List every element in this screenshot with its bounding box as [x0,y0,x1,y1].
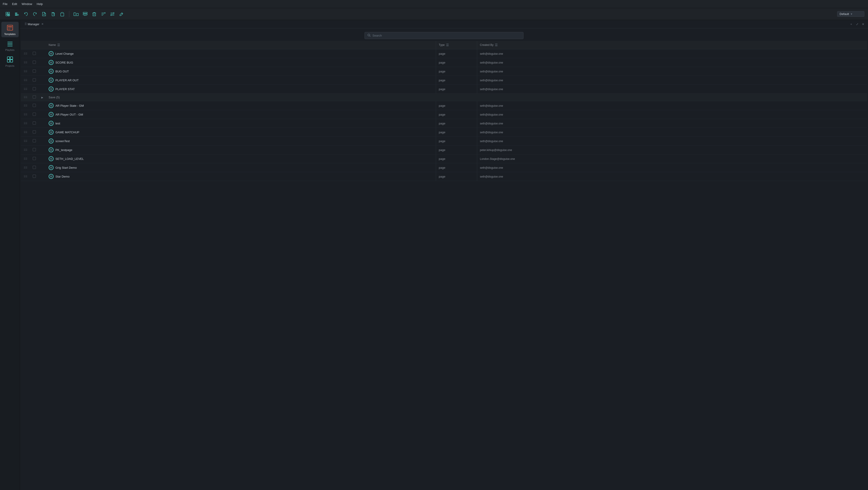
redo-icon [33,12,37,17]
drag-cell: ⠿⠿ [21,67,30,76]
panel-pin-button[interactable]: + [849,22,854,26]
menu-window[interactable]: Window [22,2,32,6]
name-col-menu-icon[interactable]: ☰ [57,43,60,47]
row-checkbox[interactable] [33,61,36,64]
name-cell: U SCORE BUG [46,58,436,67]
copy-button[interactable] [49,10,57,18]
paste-button[interactable] [58,10,66,18]
row-checkbox[interactable] [33,52,36,55]
table-row[interactable]: ⠿⠿ ▶ Save (5) [21,94,867,101]
check-cell[interactable] [30,119,39,128]
type-cell: page [436,163,477,172]
check-cell[interactable] [30,85,39,94]
row-checkbox[interactable] [33,121,36,125]
type-badge: page [439,122,445,125]
row-checkbox[interactable] [33,104,36,107]
panel-close-x-button[interactable]: ✕ [861,22,865,26]
type-badge: page [439,157,445,160]
add-plus-button[interactable] [13,10,21,18]
type-cell: page [436,58,477,67]
row-checkbox[interactable] [33,139,36,142]
check-cell[interactable] [30,154,39,163]
type-badge: page [439,175,445,178]
row-checkbox[interactable] [33,130,36,133]
row-checkbox[interactable] [33,87,36,90]
sidebar-item-projects[interactable]: Projects [1,54,19,69]
edit-button[interactable] [117,10,126,18]
check-cell[interactable] [30,58,39,67]
folder-add-icon [73,12,79,16]
undo-button[interactable] [22,10,30,18]
table-row[interactable]: ⠿⠿ U Grig Start Demo page seth@disguise.… [21,163,867,172]
table-row[interactable]: ⠿⠿ U BUG OUT page seth@disguise.one [21,67,867,76]
check-cell[interactable] [30,146,39,154]
projects-icon [6,55,14,64]
sort-button[interactable] [99,10,107,18]
type-cell: page [436,110,477,119]
row-checkbox[interactable] [33,69,36,73]
check-cell[interactable] [30,128,39,137]
expand-cell[interactable]: ▶ [39,94,46,101]
creator-email: seth@disguise.one [480,104,503,108]
table-row[interactable]: ⠿⠿ U test page seth@disguise.one [21,119,867,128]
row-checkbox[interactable] [33,95,36,98]
table-row[interactable]: ⠿⠿ U Star Demo page seth@disguise.one [21,172,867,181]
row-checkbox[interactable] [33,175,36,178]
add-item-button[interactable] [4,10,12,18]
sidebar-item-playlists[interactable]: Playlists [1,38,19,53]
table-row[interactable]: ⠿⠿ U Level Change page seth@disguise.one [21,49,867,58]
item-icon: U [49,121,54,126]
check-cell[interactable] [30,49,39,58]
check-cell[interactable] [30,94,39,101]
search-input[interactable] [372,34,521,37]
svg-rect-7 [15,14,17,14]
row-checkbox[interactable] [33,166,36,169]
expand-icon[interactable]: ▶ [41,96,43,99]
check-cell[interactable] [30,172,39,181]
menu-file[interactable]: File [3,2,7,6]
panel-maximize-button[interactable]: ⤢ [855,22,859,26]
redo-button[interactable] [31,10,39,18]
name-cell: U Star Demo [46,172,436,181]
table-row[interactable]: ⠿⠿ U screenTest page seth@disguise.one [21,137,867,146]
drag-handle-icon: ⠿⠿ [24,70,27,73]
row-checkbox[interactable] [33,157,36,160]
folder-add-button[interactable] [72,10,80,18]
row-checkbox[interactable] [33,113,36,116]
check-cell[interactable] [30,101,39,110]
created-col-menu-icon[interactable]: ☰ [495,43,498,47]
drag-cell: ⠿⠿ [21,128,30,137]
table-row[interactable]: ⠿⠿ U SCORE BUG page seth@disguise.one [21,58,867,67]
check-cell[interactable] [30,76,39,85]
table-row[interactable]: ⠿⠿ U PK_testpage page peter.kirkup@disgu… [21,146,867,154]
stack-button[interactable] [81,10,89,18]
check-cell[interactable] [30,110,39,119]
check-cell[interactable] [30,67,39,76]
drag-cell: ⠿⠿ [21,85,30,94]
table-row[interactable]: ⠿⠿ U AR Player OUT - GM page seth@disgui… [21,110,867,119]
table-row[interactable]: ⠿⠿ U PLAYER AR OUT page seth@disguise.on… [21,76,867,85]
filter-button[interactable] [108,10,117,18]
menu-help[interactable]: Help [37,2,43,6]
new-doc-button[interactable] [40,10,48,18]
panel-close-button[interactable]: ✕ [41,22,44,26]
type-col-menu-icon[interactable]: ☰ [446,43,449,47]
row-checkbox[interactable] [33,78,36,82]
default-dropdown[interactable]: Default ▾ [837,11,864,17]
svg-rect-40 [10,57,13,59]
menu-edit[interactable]: Edit [12,2,17,6]
icon-cell [39,128,46,137]
sidebar-item-templates[interactable]: Templates [1,22,19,37]
svg-rect-19 [83,14,87,15]
panel-title: Manager [28,23,39,26]
check-cell[interactable] [30,137,39,146]
check-cell[interactable] [30,163,39,172]
delete-button[interactable] [90,10,98,18]
svg-rect-14 [61,13,64,16]
table-row[interactable]: ⠿⠿ U PLAYER STAT page seth@disguise.one [21,85,867,94]
table-row[interactable]: ⠿⠿ U GAME MATCHUP page seth@disguise.one [21,128,867,137]
table-row[interactable]: ⠿⠿ U SETH_LOAD_LEVEL page London.Stage@d… [21,154,867,163]
type-badge: page [439,130,445,134]
row-checkbox[interactable] [33,148,36,151]
table-row[interactable]: ⠿⠿ U AR Player State - GM page seth@disg… [21,101,867,110]
